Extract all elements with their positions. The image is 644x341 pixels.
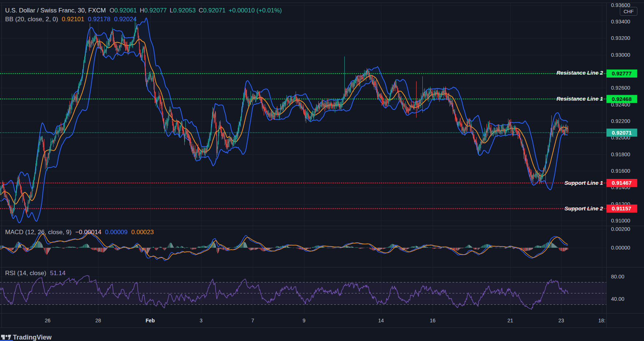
svg-text:TradingView: TradingView [13,334,52,341]
svg-text:3: 3 [200,318,203,323]
svg-text:26: 26 [45,318,51,323]
svg-text:0.91000: 0.91000 [611,218,630,224]
svg-text:16: 16 [430,318,436,323]
svg-text:U.S. Dollar / Swiss Franc, 30,: U.S. Dollar / Swiss Franc, 30, FXCMO0.92… [5,7,282,14]
svg-text:28: 28 [95,318,101,323]
svg-text:Feb: Feb [146,318,155,323]
svg-text:Support Line 1: Support Line 1 [565,180,603,186]
svg-text:Resistance Line 1: Resistance Line 1 [556,95,603,102]
svg-text:0.00000: 0.00000 [611,245,630,251]
svg-text:23: 23 [558,318,564,323]
svg-text:Resistance Line 2: Resistance Line 2 [556,70,603,76]
svg-text:9: 9 [303,318,306,323]
svg-text:0.91157: 0.91157 [612,205,631,211]
svg-text:0.91800: 0.91800 [611,151,630,157]
svg-text:BB (20, close, 2, 0)0.921010.9: BB (20, close, 2, 0)0.921010.921780.9202… [5,16,137,23]
svg-text:0.92600: 0.92600 [611,85,630,91]
svg-text:18:: 18: [598,318,605,323]
svg-text:0.93400: 0.93400 [611,19,630,25]
svg-text:0.00200: 0.00200 [611,226,630,232]
svg-text:0.92200: 0.92200 [611,118,630,124]
svg-text:0.93000: 0.93000 [611,52,630,58]
svg-text:0.92468: 0.92468 [612,96,632,102]
svg-text:0.91600: 0.91600 [611,168,630,174]
svg-text:40.00: 40.00 [611,296,624,302]
svg-text:Support Line 2: Support Line 2 [565,205,603,211]
svg-text:MACD (12, 26, close, 9)−0.0001: MACD (12, 26, close, 9)−0.000140.000090.… [5,229,154,236]
svg-text:0.93200: 0.93200 [611,35,630,41]
svg-text:0.92777: 0.92777 [612,70,632,76]
svg-text:80.00: 80.00 [611,274,624,280]
svg-text:0.91467: 0.91467 [612,180,632,186]
svg-text:7: 7 [251,318,254,323]
svg-text:14: 14 [378,318,384,323]
svg-text:RSI (14, close)51.14: RSI (14, close)51.14 [5,270,66,277]
svg-text:21: 21 [507,318,513,323]
svg-text:CHF: CHF [623,9,634,14]
svg-text:0.92071: 0.92071 [612,130,632,136]
